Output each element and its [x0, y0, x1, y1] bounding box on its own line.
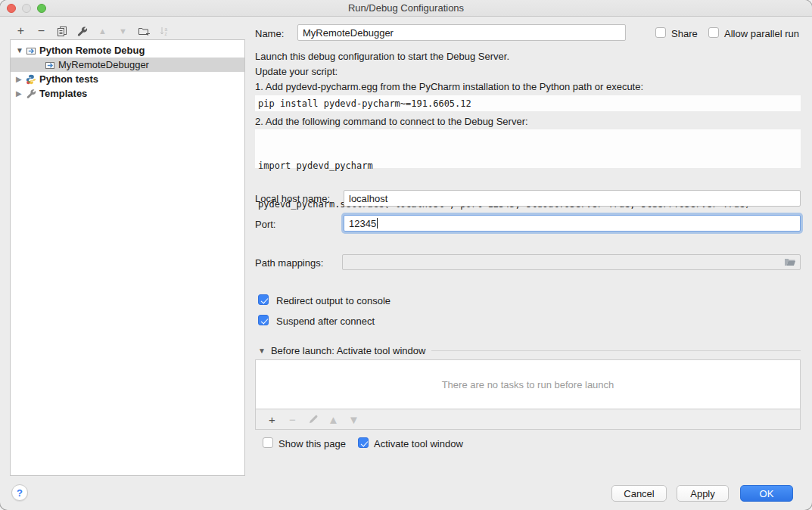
suspend-after-connect-label: Suspend after connect: [276, 316, 375, 327]
name-label: Name:: [255, 28, 284, 39]
sort-configurations-button: a z: [154, 23, 174, 39]
tree-item-python-remote-debug[interactable]: ▼ Python Remote Debug: [11, 43, 244, 58]
edit-templates-button[interactable]: [72, 23, 92, 39]
zoom-window-button[interactable]: [37, 4, 46, 13]
copy-icon: [56, 26, 67, 37]
before-launch-task-list[interactable]: There are no tasks to run before launch: [255, 359, 801, 409]
edit-task-button: [303, 412, 323, 427]
cancel-button[interactable]: Cancel: [611, 485, 667, 502]
redirect-output-label: Redirect output to console: [276, 295, 390, 306]
name-input[interactable]: [297, 24, 626, 41]
before-launch-header[interactable]: ▼ Before launch: Activate tool window: [255, 344, 801, 356]
chevron-right-icon[interactable]: ▶: [16, 89, 26, 98]
remove-task-button: −: [282, 412, 303, 427]
folder-plus-icon: [138, 26, 150, 36]
redirect-output-checkbox[interactable]: [258, 294, 269, 305]
local-host-name-label: Local host name:: [255, 193, 330, 204]
activate-tool-window-label: Activate tool window: [374, 438, 463, 449]
share-label: Share: [671, 28, 698, 39]
python-tests-icon: [26, 74, 39, 85]
port-label: Port:: [255, 219, 275, 230]
move-task-up-button: ▲: [323, 412, 344, 427]
chevron-right-icon[interactable]: ▶: [16, 75, 26, 83]
add-configuration-button[interactable]: +: [11, 23, 31, 39]
ok-button[interactable]: OK: [740, 485, 793, 502]
new-folder-button[interactable]: [133, 23, 154, 39]
copy-configuration-button[interactable]: [51, 23, 72, 39]
templates-wrench-icon: [26, 89, 39, 99]
sort-az-icon: a z: [159, 26, 170, 36]
settrace-code-block: import pydevd_pycharm pydevd_pycharm.set…: [255, 129, 801, 168]
remove-configuration-button[interactable]: −: [31, 23, 51, 39]
browse-folder-icon[interactable]: [784, 257, 796, 267]
pencil-icon: [308, 414, 319, 424]
svg-text:z: z: [164, 31, 166, 36]
port-value: 12345: [349, 218, 376, 229]
before-launch-toolbar: + − ▲ ▼: [255, 409, 801, 430]
instruction-line: Launch this debug configuration to start…: [255, 51, 509, 62]
minimize-window-button: [22, 4, 31, 13]
show-this-page-checkbox[interactable]: [263, 437, 273, 448]
move-task-down-button: ▼: [344, 412, 364, 427]
share-checkbox[interactable]: [655, 27, 666, 38]
local-host-name-input[interactable]: [344, 190, 801, 207]
chevron-down-icon[interactable]: ▼: [16, 46, 26, 54]
allow-parallel-run-label: Allow parallel run: [724, 28, 799, 39]
port-input[interactable]: 12345: [344, 215, 801, 232]
activate-tool-window-checkbox[interactable]: [358, 437, 369, 448]
path-mappings-label: Path mappings:: [255, 257, 323, 269]
move-down-button: ▼: [113, 23, 133, 39]
wrench-icon: [76, 26, 88, 37]
configurations-toolbar: + − ▲ ▼ a z: [11, 23, 174, 39]
tree-item-label: MyRemoteDebugger: [58, 59, 149, 70]
collapse-triangle-icon[interactable]: ▼: [258, 347, 266, 355]
show-this-page-label: Show this page: [278, 438, 346, 449]
window-title: Run/Debug Configurations: [0, 0, 812, 16]
tree-item-myremotedebugger[interactable]: MyRemoteDebugger: [11, 58, 244, 72]
question-mark-icon: ?: [17, 487, 23, 499]
pip-install-command: pip install pydevd-pycharm~=191.6605.12: [255, 95, 801, 111]
configurations-tree: ▼ Python Remote Debug MyRemoteDebugger: [10, 39, 245, 476]
tree-item-label: Templates: [39, 88, 87, 99]
tree-item-python-tests[interactable]: ▶ Python tests: [11, 72, 244, 86]
remote-debug-icon: [26, 45, 39, 56]
instruction-line: 1. Add pydevd-pycharm.egg from the PyCha…: [255, 81, 643, 92]
empty-tasks-message: There are no tasks to run before launch: [442, 379, 614, 390]
remote-debug-icon: [45, 60, 58, 70]
instruction-step2: 2. Add the following command to connect …: [255, 116, 528, 127]
move-up-button: ▲: [92, 23, 113, 39]
section-divider: [431, 350, 801, 351]
text-caret: [377, 218, 378, 229]
title-bar[interactable]: Run/Debug Configurations: [0, 0, 812, 17]
add-task-button[interactable]: +: [262, 412, 282, 427]
before-launch-title: Before launch: Activate tool window: [271, 345, 426, 356]
run-debug-configurations-dialog: Run/Debug Configurations + − ▲ ▼: [0, 0, 812, 510]
tree-item-templates[interactable]: ▶ Templates: [11, 86, 244, 101]
path-mappings-input[interactable]: [342, 254, 801, 270]
suspend-after-connect-checkbox[interactable]: [258, 315, 269, 325]
close-window-button[interactable]: [7, 4, 16, 13]
tree-item-label: Python Remote Debug: [39, 45, 145, 56]
tree-item-label: Python tests: [39, 73, 98, 85]
instruction-line: Update your script:: [255, 66, 338, 77]
code-line: import pydevd_pycharm: [258, 160, 798, 173]
apply-button[interactable]: Apply: [677, 485, 729, 502]
allow-parallel-run-checkbox[interactable]: [708, 27, 719, 38]
help-button[interactable]: ?: [11, 484, 28, 501]
